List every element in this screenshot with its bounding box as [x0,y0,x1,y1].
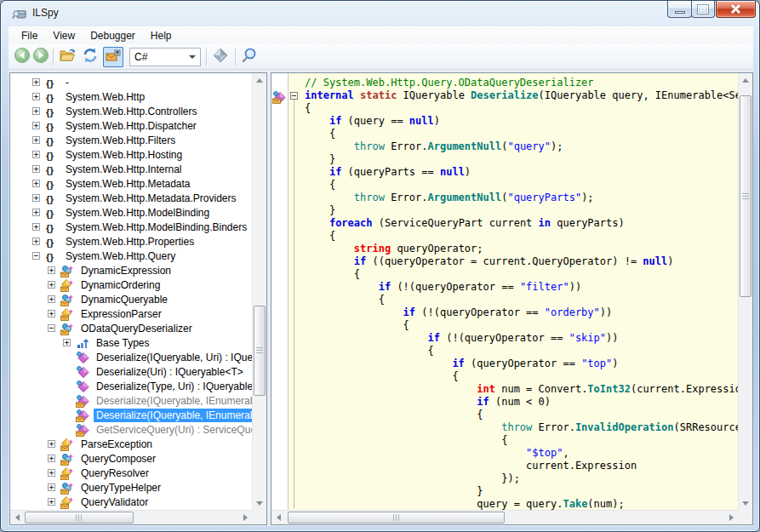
expander-icon[interactable]: − [32,252,40,260]
scroll-right-button[interactable] [724,511,738,524]
class-blue-internal-icon [60,264,74,277]
expander-icon[interactable]: + [32,107,40,115]
code-horizontal-scrollbar[interactable] [271,510,738,524]
language-combobox-value: C# [130,51,147,63]
tree-item[interactable]: +Deserialize(IQueryable, IEnumerable [10,393,252,408]
tree-horizontal-scrollbar[interactable] [10,510,252,524]
expander-icon[interactable]: + [32,209,40,216]
show-internal-api-button[interactable] [103,47,123,67]
tree-item[interactable]: +{}System.Web.Http.Internal [10,162,252,176]
scroll-up-button[interactable] [253,73,266,87]
tree-item[interactable]: +{}System.Web.Http.Metadata.Providers [10,191,252,205]
tree-item[interactable]: +{}System.Web.Http.ModelBinding [10,205,252,220]
tree-item[interactable]: +DynamicExpression [10,263,252,277]
tree-item[interactable]: +{}System.Web.Http [10,89,252,104]
class-blue-internal-icon [60,293,74,306]
expander-icon[interactable]: + [32,151,40,158]
fold-collapse-icon[interactable] [290,92,298,100]
tree-item[interactable]: +{}System.Web.Http.Metadata [10,176,252,191]
tree-item[interactable]: +DynamicQueryable [10,292,252,306]
close-button[interactable] [716,1,756,18]
scroll-down-button[interactable] [739,496,752,510]
namespace-icon: {} [45,235,59,249]
code-vertical-scrollbar[interactable] [738,73,752,510]
expander-icon[interactable]: + [63,339,71,346]
expander-icon[interactable]: + [48,295,55,303]
tree-item[interactable]: +Deserialize(IQueryable, IEnumerable [10,408,252,422]
maximize-button[interactable] [691,1,715,18]
method-internal-icon [76,394,89,408]
tree-item[interactable]: +{}- [10,75,252,89]
namespace-icon: {} [45,76,59,89]
tree-item[interactable]: −ODataQueryDeserializer [10,321,252,335]
code-view[interactable]: // System.Web.Http.Query.ODataQueryDeser… [288,73,738,510]
tree-item[interactable]: +Base Types [10,335,252,350]
tree-item[interactable]: +QueryTypeHelper [10,480,252,495]
menu-item-view[interactable]: View [45,27,83,44]
tree-item[interactable]: +{}System.Web.Http.Hosting [10,147,252,162]
expander-icon[interactable]: + [48,469,55,477]
search-button[interactable] [239,47,260,67]
tree-vscroll-thumb[interactable] [254,306,266,396]
tree-item[interactable]: +Deserialize(IQueryable, Uri) : IQuery [10,350,252,364]
scroll-left-button[interactable] [10,511,24,524]
tree-item[interactable]: +ExpressionParser [10,306,252,321]
tree-item[interactable]: +{}System.Web.Http.Dispatcher [10,118,252,133]
tree-item[interactable]: +{}System.Web.Http.ModelBinding.Binders [10,220,252,234]
open-assembly-button[interactable] [57,47,77,67]
navigate-back-button[interactable] [12,47,32,67]
code-hscroll-thumb[interactable] [288,512,505,523]
menu-item-debugger[interactable]: Debugger [83,27,143,44]
expander-icon[interactable]: + [32,165,40,173]
navigate-forward-button[interactable] [31,47,51,67]
expander-icon[interactable]: + [48,266,55,274]
tree-vertical-scrollbar[interactable] [252,73,266,510]
scroll-up-button[interactable] [739,73,752,87]
namespace-icon: {} [45,249,59,263]
menu-item-file[interactable]: File [14,27,45,44]
expander-icon[interactable]: + [48,483,55,491]
tree-item[interactable]: +QueryResolver [10,466,252,480]
tree-item[interactable]: +QueryValidator [10,495,252,509]
expander-icon[interactable]: + [32,93,40,100]
tree-item-label: QueryValidator [78,495,252,509]
title-bar[interactable]: ILSpy [1,1,759,26]
expander-icon[interactable]: + [32,136,40,144]
forward-icon [32,47,49,67]
tree-item[interactable]: +Deserialize(Uri) : IQueryable<T> [10,364,252,379]
tree-hscroll-thumb[interactable] [25,512,134,523]
code-vscroll-thumb[interactable] [740,95,751,297]
expander-icon[interactable]: + [32,223,40,231]
scroll-right-button[interactable] [238,511,252,524]
expander-icon[interactable]: + [48,281,55,289]
tree-item[interactable]: −{}System.Web.Http.Query [10,249,252,263]
code-line: { [305,128,738,140]
expander-icon[interactable]: + [48,440,55,448]
tree-item[interactable]: +{}System.Web.Http.Properties [10,234,252,249]
expander-icon[interactable]: + [32,78,40,86]
language-combobox[interactable]: C# [129,48,201,66]
tree-item[interactable]: +ParseException [10,437,252,451]
menu-item-help[interactable]: Help [143,27,180,44]
tree-item[interactable]: +Deserialize(Type, Uri) : IQueryable [10,379,252,393]
expander-icon[interactable]: − [48,324,55,332]
refresh-button[interactable] [80,47,100,67]
expander-icon[interactable]: + [48,498,55,506]
code-line: { [305,319,738,332]
tree-item[interactable]: +QueryComposer [10,451,252,466]
tree-item[interactable]: +DynamicOrdering [10,277,252,292]
tree-item[interactable]: +GetServiceQuery(Uri) : ServiceQuery [10,422,252,437]
assembly-diamond-button[interactable] [210,47,231,67]
scroll-down-button[interactable] [253,496,266,510]
expander-icon[interactable]: + [32,180,40,187]
minimize-button[interactable] [667,1,692,18]
expander-icon[interactable]: + [32,237,40,245]
tree-item[interactable]: +{}System.Web.Http.Controllers [10,104,252,118]
expander-icon[interactable]: + [48,310,55,317]
expander-icon[interactable]: + [32,194,40,202]
method-icon [76,351,89,364]
scroll-left-button[interactable] [271,511,285,524]
expander-icon[interactable]: + [32,122,40,129]
tree-item[interactable]: +{}System.Web.Http.Filters [10,133,252,147]
expander-icon[interactable]: + [48,455,55,462]
